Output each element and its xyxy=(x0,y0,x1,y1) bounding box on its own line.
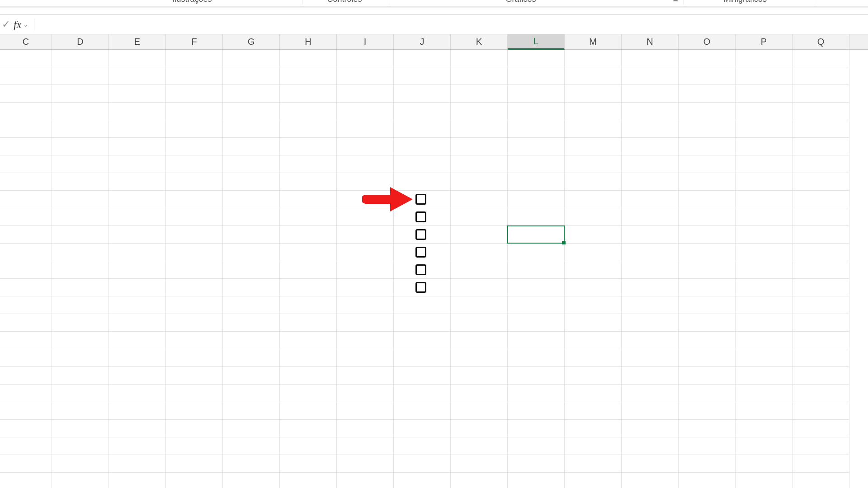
cell[interactable] xyxy=(508,173,565,191)
cell[interactable] xyxy=(622,85,679,103)
cell[interactable] xyxy=(52,244,109,261)
formula-confirm-icon[interactable]: ✓ xyxy=(0,19,12,30)
cell[interactable] xyxy=(280,173,337,191)
cell[interactable] xyxy=(622,437,679,455)
cell[interactable] xyxy=(793,191,849,208)
cell[interactable] xyxy=(0,155,52,173)
cell[interactable] xyxy=(622,473,679,488)
column-header-C[interactable]: C xyxy=(0,34,52,49)
cell[interactable] xyxy=(0,455,52,473)
cell[interactable] xyxy=(337,103,394,120)
cell[interactable] xyxy=(679,138,736,155)
cell[interactable] xyxy=(679,455,736,473)
cell[interactable] xyxy=(793,332,849,349)
checkbox[interactable] xyxy=(415,282,426,293)
cell[interactable] xyxy=(793,367,849,385)
cell[interactable] xyxy=(679,437,736,455)
cell[interactable] xyxy=(394,437,451,455)
cell[interactable] xyxy=(622,244,679,261)
cell[interactable] xyxy=(280,402,337,420)
cell[interactable] xyxy=(622,103,679,120)
cell[interactable] xyxy=(280,455,337,473)
cell[interactable] xyxy=(223,155,280,173)
cell[interactable] xyxy=(451,155,508,173)
column-header-F[interactable]: F xyxy=(166,34,223,49)
cell[interactable] xyxy=(622,120,679,138)
cell[interactable] xyxy=(223,296,280,314)
cell[interactable] xyxy=(109,385,166,402)
cell[interactable] xyxy=(52,455,109,473)
cell[interactable] xyxy=(622,402,679,420)
cell[interactable] xyxy=(337,402,394,420)
cell[interactable] xyxy=(622,420,679,437)
cell[interactable] xyxy=(793,67,849,85)
cell[interactable] xyxy=(451,314,508,332)
cell[interactable] xyxy=(793,208,849,226)
cell[interactable] xyxy=(109,120,166,138)
cell[interactable] xyxy=(565,85,622,103)
cell[interactable] xyxy=(280,367,337,385)
cell[interactable] xyxy=(451,473,508,488)
cell[interactable] xyxy=(280,50,337,67)
cell[interactable] xyxy=(565,261,622,279)
cell[interactable] xyxy=(280,349,337,367)
cell[interactable] xyxy=(508,332,565,349)
column-header-O[interactable]: O xyxy=(679,34,736,49)
cell[interactable] xyxy=(109,191,166,208)
cell[interactable] xyxy=(52,173,109,191)
cell[interactable] xyxy=(565,155,622,173)
cell[interactable] xyxy=(394,420,451,437)
column-header-G[interactable]: G xyxy=(223,34,280,49)
cell[interactable] xyxy=(337,455,394,473)
cell[interactable] xyxy=(337,138,394,155)
cell[interactable] xyxy=(679,420,736,437)
cell[interactable] xyxy=(223,191,280,208)
cell[interactable] xyxy=(394,138,451,155)
cell[interactable] xyxy=(337,208,394,226)
checkbox[interactable] xyxy=(415,229,426,240)
cell[interactable] xyxy=(109,85,166,103)
cell[interactable] xyxy=(166,437,223,455)
checkbox[interactable] xyxy=(415,264,426,275)
cell[interactable] xyxy=(0,367,52,385)
cell[interactable] xyxy=(565,208,622,226)
cell[interactable] xyxy=(565,244,622,261)
cell[interactable] xyxy=(622,367,679,385)
cell[interactable] xyxy=(223,385,280,402)
cell[interactable] xyxy=(394,473,451,488)
cell[interactable] xyxy=(508,138,565,155)
cell[interactable] xyxy=(508,191,565,208)
cell[interactable] xyxy=(223,473,280,488)
cell[interactable] xyxy=(508,244,565,261)
cell[interactable] xyxy=(337,244,394,261)
cell[interactable] xyxy=(622,279,679,296)
cell[interactable] xyxy=(451,437,508,455)
cell[interactable] xyxy=(223,332,280,349)
cell[interactable] xyxy=(565,279,622,296)
cell[interactable] xyxy=(736,402,793,420)
cell[interactable] xyxy=(736,279,793,296)
cell[interactable] xyxy=(508,67,565,85)
cell[interactable] xyxy=(280,437,337,455)
cell[interactable] xyxy=(622,314,679,332)
column-header-J[interactable]: J xyxy=(394,34,451,49)
cell[interactable] xyxy=(451,67,508,85)
cell[interactable] xyxy=(793,420,849,437)
cell[interactable] xyxy=(793,85,849,103)
column-header-Q[interactable]: Q xyxy=(793,34,849,49)
cell[interactable] xyxy=(565,385,622,402)
cell[interactable] xyxy=(394,120,451,138)
cell[interactable] xyxy=(223,67,280,85)
column-header-L[interactable]: L xyxy=(508,34,565,50)
cell[interactable] xyxy=(52,367,109,385)
cell[interactable] xyxy=(451,367,508,385)
cell[interactable] xyxy=(793,261,849,279)
checkbox[interactable] xyxy=(415,211,426,222)
cell[interactable] xyxy=(166,296,223,314)
cell[interactable] xyxy=(0,120,52,138)
cell[interactable] xyxy=(565,314,622,332)
cell[interactable] xyxy=(565,50,622,67)
cell[interactable] xyxy=(337,279,394,296)
cell[interactable] xyxy=(109,437,166,455)
cell[interactable] xyxy=(280,226,337,244)
